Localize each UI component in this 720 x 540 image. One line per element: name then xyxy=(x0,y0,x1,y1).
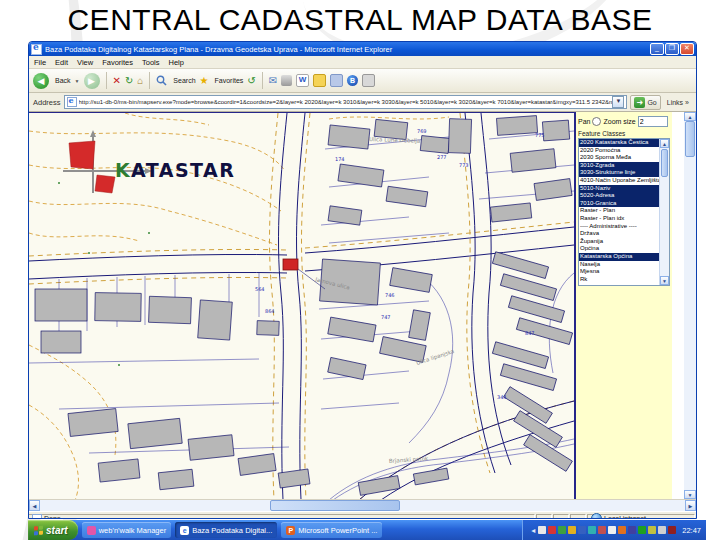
hscroll-thumb[interactable] xyxy=(270,500,400,511)
scroll-right-icon[interactable]: ▶ xyxy=(685,500,696,511)
toolbar-separator xyxy=(149,72,150,89)
listbox-scroll-thumb[interactable] xyxy=(661,149,668,177)
layer-item[interactable]: 2020 Pomoćna xyxy=(579,147,660,155)
layer-item[interactable]: 2030 Sporna Međa xyxy=(579,154,660,162)
menu-file[interactable]: File xyxy=(34,58,46,67)
ie-icon: e xyxy=(180,526,189,535)
tray-icon[interactable] xyxy=(568,526,576,534)
messenger-icon[interactable] xyxy=(330,74,343,87)
home-icon[interactable]: ⌂ xyxy=(137,76,143,86)
tray-icon[interactable] xyxy=(608,526,616,534)
tray-icon[interactable] xyxy=(578,526,586,534)
print-icon[interactable] xyxy=(281,75,292,86)
pan-label: Pan xyxy=(578,118,590,125)
bluetooth-icon[interactable]: B xyxy=(347,75,358,86)
address-field[interactable]: http://su1-db-0/ms-bin/mapserv.exe?mode=… xyxy=(64,95,628,109)
layer-item[interactable]: 4010-Način Uporabe Zemljišta xyxy=(579,177,660,185)
tray-icon[interactable] xyxy=(538,526,546,534)
tools-extra-icon[interactable] xyxy=(362,74,375,87)
layer-item[interactable]: Mjesna xyxy=(579,268,660,276)
back-dropdown-icon[interactable]: ▼ xyxy=(75,78,80,84)
layer-panel: Pan Zoom size Feature Classes 2020 Katas… xyxy=(576,112,672,499)
window-titlebar[interactable]: Baza Podataka Digitalnog Katastarskog Pl… xyxy=(29,42,696,56)
cadastral-map: 769 775 277 174 773 746 747 564 864 847 … xyxy=(29,113,574,499)
listbox-scrollbar[interactable]: ▲ ▼ xyxy=(659,139,669,285)
tray-icon[interactable] xyxy=(558,526,566,534)
layer-item[interactable]: Naselja xyxy=(579,261,660,269)
layer-item[interactable]: 7010-Granica xyxy=(579,200,660,208)
hscroll-track[interactable] xyxy=(40,500,685,511)
status-pane xyxy=(570,514,586,520)
layer-item[interactable]: 3010-Zgrada xyxy=(579,162,660,170)
go-button[interactable]: ➜ Go xyxy=(630,95,660,110)
scroll-left-icon[interactable]: ◀ xyxy=(29,500,40,511)
tray-icon[interactable] xyxy=(618,526,626,534)
scroll-up-icon[interactable]: ▲ xyxy=(660,139,669,148)
layer-item[interactable]: Općina xyxy=(579,245,660,253)
layer-item[interactable]: Katastarska Općina xyxy=(579,253,660,261)
refresh-icon[interactable]: ↻ xyxy=(125,76,133,86)
vscroll-thumb[interactable] xyxy=(685,121,695,157)
tray-icon[interactable] xyxy=(648,526,656,534)
tray-collapse-icon[interactable]: ◂ xyxy=(531,526,535,535)
scroll-down-icon[interactable]: ▼ xyxy=(660,276,669,285)
parcel-number: 775 xyxy=(535,132,545,138)
taskbar-item-webnwalk[interactable]: web'n'walk Manager xyxy=(82,522,171,538)
parcel-number: 769 xyxy=(417,128,427,134)
scroll-down-icon[interactable]: ▼ xyxy=(684,490,696,499)
layer-item[interactable]: 2020 Katastarska Čestica xyxy=(579,139,660,147)
restore-button[interactable]: ❐ xyxy=(665,43,679,55)
menu-favorites[interactable]: Favorites xyxy=(102,58,133,67)
back-button[interactable]: ◀ xyxy=(33,73,49,89)
taskbar-item-powerpoint[interactable]: P Microsoft PowerPoint ... xyxy=(281,522,382,538)
layer-item: ---- Administrative ---- xyxy=(579,223,660,231)
history-icon[interactable]: ↺ xyxy=(247,76,255,86)
map-viewport[interactable]: 769 775 277 174 773 746 747 564 864 847 … xyxy=(29,112,574,499)
notes-icon[interactable] xyxy=(313,74,326,87)
minimize-button[interactable]: _ xyxy=(650,43,664,55)
stop-icon[interactable]: ✕ xyxy=(113,76,121,86)
menu-edit[interactable]: Edit xyxy=(55,58,68,67)
pan-radio[interactable] xyxy=(592,117,601,126)
links-button[interactable]: Links » xyxy=(664,99,692,106)
close-button[interactable]: ✕ xyxy=(680,43,694,55)
layer-item[interactable]: Država xyxy=(579,230,660,238)
address-dropdown-icon[interactable]: ▼ xyxy=(612,96,624,108)
tray-icon[interactable] xyxy=(598,526,606,534)
window-vscrollbar[interactable]: ▲ ▼ xyxy=(684,112,696,499)
layer-item[interactable]: Županija xyxy=(579,238,660,246)
tray-icon[interactable] xyxy=(548,526,556,534)
layer-item[interactable]: 5020-Adresa xyxy=(579,192,660,200)
document-icon xyxy=(32,514,42,520)
edit-icon[interactable]: W xyxy=(296,74,309,87)
layer-item[interactable]: 5010-Naziv xyxy=(579,185,660,193)
layer-item[interactable]: 3030-Strukturne linje xyxy=(579,169,660,177)
favorites-icon[interactable]: ★ xyxy=(200,76,209,86)
menu-tools[interactable]: Tools xyxy=(142,58,160,67)
zoom-size-input[interactable] xyxy=(638,116,668,127)
tray-icon[interactable] xyxy=(588,526,596,534)
windows-flag-icon xyxy=(34,525,43,535)
links-label: Links xyxy=(667,99,683,106)
menu-view[interactable]: View xyxy=(77,58,93,67)
taskbar-item-browser[interactable]: e Baza Podataka Digital... xyxy=(175,522,277,538)
address-bar: Address http://su1-db-0/ms-bin/mapserv.e… xyxy=(29,93,696,112)
tray-icon[interactable] xyxy=(638,526,646,534)
tray-icon[interactable] xyxy=(658,526,666,534)
layer-item[interactable]: Raster - Plan xyxy=(579,207,660,215)
scroll-up-icon[interactable]: ▲ xyxy=(684,112,696,121)
forward-button[interactable]: ▶ xyxy=(84,73,100,89)
layer-item[interactable]: Raster - Plan idx xyxy=(579,215,660,223)
menu-help[interactable]: Help xyxy=(169,58,184,67)
window-hscrollbar[interactable]: ◀ ▶ xyxy=(29,499,696,511)
selected-parcel-highlight xyxy=(283,259,325,289)
layer-item[interactable]: Rk xyxy=(579,276,660,284)
vscroll-track[interactable] xyxy=(684,157,696,490)
tray-icon[interactable] xyxy=(628,526,636,534)
mail-icon[interactable]: ✉ xyxy=(269,76,277,86)
page-title: CENTRAL CADASTRAL MAP DATA BASE xyxy=(0,3,720,37)
tray-icon[interactable] xyxy=(668,526,676,534)
search-icon[interactable] xyxy=(156,75,167,86)
start-button[interactable]: start xyxy=(28,520,78,540)
katastar-logo: K ATASTAR xyxy=(63,130,235,193)
